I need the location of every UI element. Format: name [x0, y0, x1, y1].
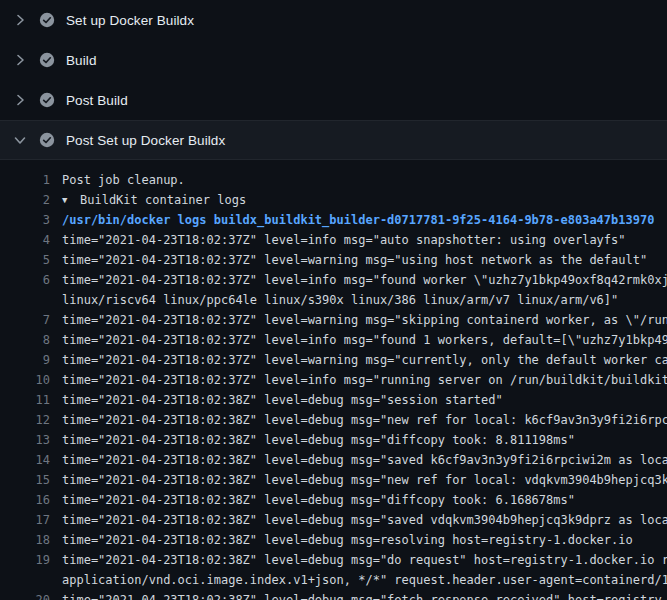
log-line-text: /usr/bin/docker logs buildx_buildkit_bui…	[62, 210, 654, 230]
log-line-text: time="2021-04-23T18:02:38Z" level=debug …	[62, 430, 575, 450]
log-line-number[interactable]: 14	[0, 450, 50, 470]
log-line-number[interactable]: 6	[0, 270, 50, 290]
step-title: Set up Docker Buildx	[66, 13, 194, 28]
chevron-down-icon	[12, 132, 28, 148]
log-line-number[interactable]: 20	[0, 590, 50, 600]
log-line-number[interactable]: 17	[0, 510, 50, 530]
log-line: 2 ▼BuildKit container logs	[0, 190, 667, 210]
log-line-number[interactable]: 8	[0, 330, 50, 350]
chevron-right-icon	[12, 12, 28, 28]
log-line-text: time="2021-04-23T18:02:37Z" level=info m…	[62, 230, 626, 250]
log-line: 17 time="2021-04-23T18:02:38Z" level=deb…	[0, 510, 667, 530]
log-line-number[interactable]: 5	[0, 250, 50, 270]
log-line-text: BuildKit container logs	[80, 190, 246, 210]
log-line-text: time="2021-04-23T18:02:37Z" level=info m…	[62, 330, 667, 350]
log-line-text: time="2021-04-23T18:02:38Z" level=debug …	[62, 550, 667, 570]
log-line-number	[0, 290, 50, 310]
step-header-post-build[interactable]: Post Build	[0, 80, 667, 120]
step-header-post-set-up-docker-buildx[interactable]: Post Set up Docker Buildx	[0, 120, 667, 160]
step-header-set-up-docker-buildx[interactable]: Set up Docker Buildx	[0, 0, 667, 40]
log-line: 12 time="2021-04-23T18:02:38Z" level=deb…	[0, 410, 667, 430]
chevron-right-icon	[12, 52, 28, 68]
log-line-text: time="2021-04-23T18:02:37Z" level=warnin…	[62, 350, 667, 370]
log-line: 9 time="2021-04-23T18:02:37Z" level=warn…	[0, 350, 667, 370]
log-line-number[interactable]: 18	[0, 530, 50, 550]
log-line-text: time="2021-04-23T18:02:38Z" level=debug …	[62, 410, 667, 430]
log-line-text: time="2021-04-23T18:02:38Z" level=debug …	[62, 470, 667, 490]
log-line: 6 time="2021-04-23T18:02:37Z" level=info…	[0, 270, 667, 290]
log-line-continuation: linux/riscv64 linux/ppc64le linux/s390x …	[0, 290, 667, 310]
log-line-text: Post job cleanup.	[62, 170, 185, 190]
log-line-number[interactable]: 19	[0, 550, 50, 570]
log-line-text: time="2021-04-23T18:02:38Z" level=debug …	[62, 530, 633, 550]
log-line: 14 time="2021-04-23T18:02:38Z" level=deb…	[0, 450, 667, 470]
log-line: 10 time="2021-04-23T18:02:37Z" level=inf…	[0, 370, 667, 390]
check-circle-icon	[39, 12, 55, 28]
log-line-number[interactable]: 1	[0, 170, 50, 190]
group-toggle-icon[interactable]: ▼	[62, 190, 74, 210]
log-line-text: linux/riscv64 linux/ppc64le linux/s390x …	[62, 290, 618, 310]
log-line-text: application/vnd.oci.image.index.v1+json,…	[62, 570, 667, 590]
log-line-text: time="2021-04-23T18:02:38Z" level=debug …	[62, 510, 667, 530]
log-line: 19 time="2021-04-23T18:02:38Z" level=deb…	[0, 550, 667, 570]
workflow-log-panel: Set up Docker Buildx Build Post Buil	[0, 0, 667, 600]
log-line-number[interactable]: 11	[0, 390, 50, 410]
log-line-number[interactable]: 3	[0, 210, 50, 230]
log-line: 11 time="2021-04-23T18:02:38Z" level=deb…	[0, 390, 667, 410]
log-line: 7 time="2021-04-23T18:02:37Z" level=warn…	[0, 310, 667, 330]
log-line-text: time="2021-04-23T18:02:37Z" level=info m…	[62, 370, 667, 390]
step-title: Post Set up Docker Buildx	[66, 133, 225, 148]
log-line: 20 time="2021-04-23T18:02:38Z" level=deb…	[0, 590, 667, 600]
log-line-text: time="2021-04-23T18:02:38Z" level=debug …	[62, 590, 662, 600]
log-line-number[interactable]: 9	[0, 350, 50, 370]
log-line-text: time="2021-04-23T18:02:37Z" level=warnin…	[62, 310, 667, 330]
log-line-text: time="2021-04-23T18:02:37Z" level=info m…	[62, 270, 667, 290]
log-line-number[interactable]: 13	[0, 430, 50, 450]
step-title: Build	[66, 53, 97, 68]
log-line-number[interactable]: 2	[0, 190, 50, 210]
log-line-text: time="2021-04-23T18:02:38Z" level=debug …	[62, 450, 667, 470]
log-line-text: time="2021-04-23T18:02:38Z" level=debug …	[62, 490, 575, 510]
log-line: 13 time="2021-04-23T18:02:38Z" level=deb…	[0, 430, 667, 450]
log-line-number[interactable]: 7	[0, 310, 50, 330]
steps-list: Set up Docker Buildx Build Post Buil	[0, 0, 667, 160]
log-line: 1 Post job cleanup.	[0, 170, 667, 190]
log-line: 8 time="2021-04-23T18:02:37Z" level=info…	[0, 330, 667, 350]
log-line-number[interactable]: 15	[0, 470, 50, 490]
log-line: 15 time="2021-04-23T18:02:38Z" level=deb…	[0, 470, 667, 490]
log-line: 18 time="2021-04-23T18:02:38Z" level=deb…	[0, 530, 667, 550]
log-line: 4 time="2021-04-23T18:02:37Z" level=info…	[0, 230, 667, 250]
check-circle-icon	[39, 92, 55, 108]
log-line-number[interactable]: 16	[0, 490, 50, 510]
log-line: 3 /usr/bin/docker logs buildx_buildkit_b…	[0, 210, 667, 230]
log-viewer: 1 Post job cleanup. 2 ▼BuildKit containe…	[0, 160, 667, 600]
step-title: Post Build	[66, 93, 128, 108]
log-line-text: time="2021-04-23T18:02:37Z" level=warnin…	[62, 250, 647, 270]
step-header-build[interactable]: Build	[0, 40, 667, 80]
log-line-continuation: application/vnd.oci.image.index.v1+json,…	[0, 570, 667, 590]
log-line: 16 time="2021-04-23T18:02:38Z" level=deb…	[0, 490, 667, 510]
log-line-number[interactable]: 10	[0, 370, 50, 390]
log-line-number[interactable]: 4	[0, 230, 50, 250]
log-line: 5 time="2021-04-23T18:02:37Z" level=warn…	[0, 250, 667, 270]
check-circle-icon	[39, 132, 55, 148]
log-line-number[interactable]: 12	[0, 410, 50, 430]
check-circle-icon	[39, 52, 55, 68]
log-line-text: time="2021-04-23T18:02:38Z" level=debug …	[62, 390, 503, 410]
log-line-number	[0, 570, 50, 590]
chevron-right-icon	[12, 92, 28, 108]
